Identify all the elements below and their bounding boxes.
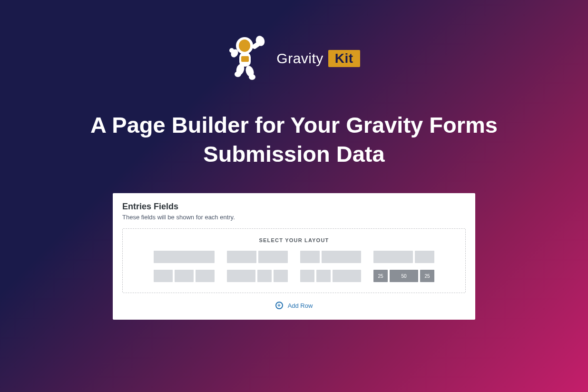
layout-block-label: 25 — [420, 270, 434, 282]
svg-point-7 — [229, 48, 234, 53]
page-headline: A Page Builder for Your Gravity Forms Su… — [0, 110, 588, 168]
layout-block-label: 50 — [390, 270, 418, 282]
layout-grid: 25 50 25 — [134, 251, 454, 282]
entries-fields-panel: Entries Fields These fields will be show… — [113, 193, 475, 320]
svg-point-3 — [239, 39, 250, 52]
layout-block-label: 25 — [373, 270, 388, 282]
layout-selector: SELECT YOUR LAYOUT — [122, 228, 466, 293]
layout-option-33-33-33[interactable] — [154, 270, 215, 282]
layout-option-50-25-25[interactable] — [227, 270, 288, 282]
plus-circle-icon: + — [275, 302, 283, 309]
layout-row-1 — [154, 251, 434, 263]
svg-rect-5 — [241, 56, 249, 62]
layout-option-25-25-50[interactable] — [300, 270, 361, 282]
add-row-button[interactable]: + Add Row — [122, 302, 466, 309]
brand-badge: Kit — [328, 50, 360, 67]
astronaut-icon — [228, 32, 271, 85]
layout-option-25-50-25[interactable]: 25 50 25 — [373, 270, 434, 282]
layout-option-100[interactable] — [154, 251, 215, 263]
layout-label: SELECT YOUR LAYOUT — [134, 237, 454, 243]
add-row-label: Add Row — [288, 302, 313, 309]
svg-point-10 — [249, 74, 255, 80]
panel-subtitle: These fields will be shown for each entr… — [122, 214, 466, 221]
brand-name: Gravity — [276, 50, 323, 67]
logo-section: Gravity Kit — [0, 0, 588, 85]
svg-point-11 — [235, 71, 241, 77]
layout-row-2: 25 50 25 — [154, 270, 434, 282]
layout-option-50-50[interactable] — [227, 251, 288, 263]
layout-option-33-67[interactable] — [300, 251, 361, 263]
layout-option-67-33[interactable] — [373, 251, 434, 263]
panel-title: Entries Fields — [122, 202, 466, 212]
brand-text: Gravity Kit — [276, 50, 360, 67]
